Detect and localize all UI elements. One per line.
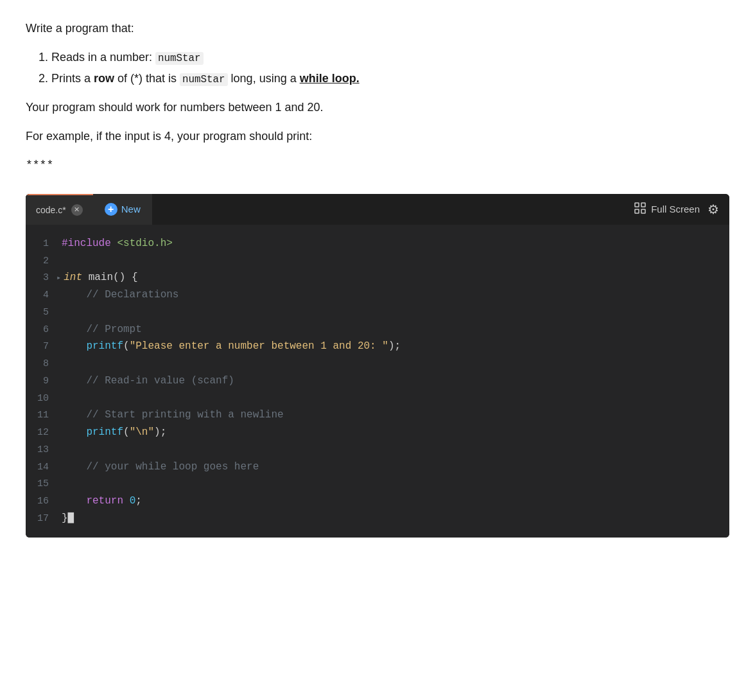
- step-2: Prints a row of (*) that is numStar long…: [51, 69, 729, 88]
- code-line-13: 13: [26, 441, 729, 459]
- code-editor: code.c* ✕ + New Full Screen: [26, 194, 729, 538]
- code-line-5: 5: [26, 304, 729, 321]
- fullscreen-icon: [634, 202, 646, 216]
- code-line-14: 14 // your while loop goes here: [26, 459, 729, 476]
- code-line-8: 8: [26, 355, 729, 372]
- code-line-2: 2: [26, 252, 729, 270]
- svg-rect-2: [635, 209, 639, 213]
- code-area[interactable]: 1 #include <stdio.h> 2 3 ▸ int main() { …: [26, 225, 729, 538]
- plus-icon: +: [105, 203, 117, 216]
- tab-close-button[interactable]: ✕: [71, 204, 83, 216]
- code-line-1: 1 #include <stdio.h>: [26, 235, 729, 252]
- code-line-7: 7 printf("Please enter a number between …: [26, 338, 729, 355]
- code-line-11: 11 // Start printing with a newline: [26, 407, 729, 424]
- code-line-4: 4 // Declarations: [26, 286, 729, 304]
- code-line-15: 15: [26, 475, 729, 493]
- example-output: ****: [26, 156, 729, 175]
- code-line-12: 12 printf("\n");: [26, 424, 729, 441]
- code-line-3: 3 ▸ int main() {: [26, 269, 729, 286]
- tabs-right: Full Screen ⚙: [634, 202, 729, 217]
- tab-new-label: New: [121, 204, 141, 214]
- code-line-16: 16 return 0;: [26, 493, 729, 510]
- fullscreen-button[interactable]: Full Screen: [634, 202, 700, 216]
- intro-text: Write a program that:: [26, 19, 729, 38]
- example-text: For example, if the input is 4, your pro…: [26, 127, 729, 146]
- code-line-17: 17 }█: [26, 510, 729, 527]
- svg-rect-1: [641, 203, 645, 207]
- svg-rect-0: [635, 203, 639, 207]
- tabs-left: code.c* ✕ + New: [26, 194, 152, 225]
- step-1: Reads in a number: numStar: [51, 48, 729, 67]
- tab-code-c[interactable]: code.c* ✕: [26, 194, 93, 225]
- instructions-block: Write a program that: Reads in a number:…: [26, 19, 729, 175]
- fullscreen-label: Full Screen: [651, 204, 700, 214]
- code-line-10: 10: [26, 390, 729, 407]
- note-text: Your program should work for numbers bet…: [26, 98, 729, 117]
- svg-rect-3: [641, 209, 645, 213]
- gear-button[interactable]: ⚙: [707, 202, 719, 217]
- tab-new-button[interactable]: + New: [93, 194, 152, 225]
- editor-tabs: code.c* ✕ + New Full Screen: [26, 194, 729, 225]
- while-loop-link: while loop.: [300, 72, 360, 85]
- steps-list: Reads in a number: numStar Prints a row …: [51, 48, 729, 89]
- tab-active-label: code.c*: [36, 203, 66, 217]
- code-line-6: 6 // Prompt: [26, 321, 729, 338]
- code-line-9: 9 // Read-in value (scanf): [26, 372, 729, 390]
